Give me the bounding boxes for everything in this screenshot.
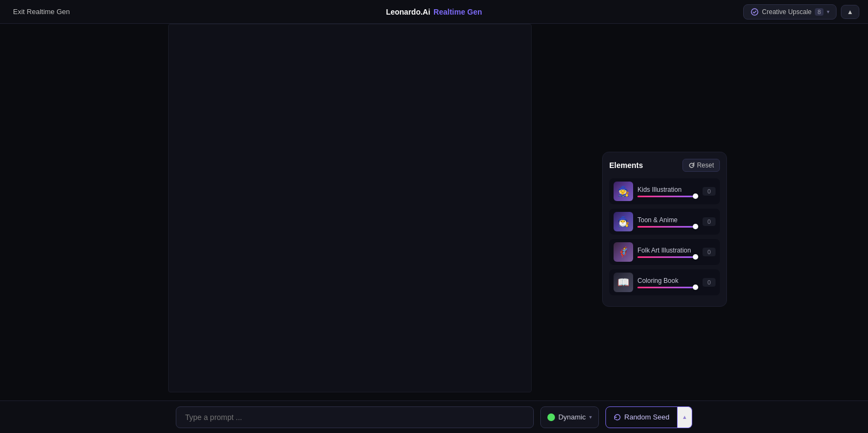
bottom-bar: Dynamic ▾ Random Seed ▲ (0, 400, 868, 433)
element-slider-kids[interactable] (637, 196, 698, 197)
upscale-badge: 8 (815, 8, 824, 16)
element-name-coloring: Coloring Book (637, 277, 698, 285)
element-thumb-folk: 🦸 (614, 242, 633, 262)
logo-product: Realtime Gen (433, 8, 482, 16)
reset-label: Reset (697, 161, 714, 169)
element-thumb-kids: 🧙 (614, 182, 633, 201)
panel-header: Elements Reset (609, 159, 720, 172)
header-center: Leonardo.Ai Realtime Gen (386, 8, 482, 16)
element-content-coloring: Coloring Book (637, 277, 698, 288)
random-seed-group: Random Seed ▲ (605, 406, 692, 428)
chevron-up-icon: ▲ (682, 414, 687, 420)
logo-brand: Leonardo.Ai (386, 8, 430, 16)
thumb-char-folk: 🦸 (614, 242, 633, 262)
element-slider-coloring[interactable] (637, 287, 698, 288)
element-slider-thumb-toon (693, 224, 698, 229)
thumb-char-toon: 🧙‍♂️ (614, 212, 633, 231)
element-name-toon: Toon & Anime (637, 216, 698, 224)
creative-upscale-button[interactable]: Creative Upscale 8 ▾ (743, 4, 837, 20)
element-thumb-coloring: 📖 (614, 273, 633, 292)
element-row-folk: 🦸 Folk Art Illustration 0 (609, 239, 720, 265)
elements-panel: Elements Reset 🧙 Kids Illustration 0 🧙‍♂… (602, 152, 727, 307)
share-icon: ▲ (847, 8, 853, 16)
element-value-folk: 0 (703, 248, 716, 256)
dynamic-dropdown[interactable]: Dynamic ▾ (540, 406, 599, 428)
element-name-kids: Kids Illustration (637, 186, 698, 193)
element-row-kids: 🧙 Kids Illustration 0 (609, 178, 720, 204)
header-left: Exit Realtime Gen (9, 5, 74, 18)
canvas-area (168, 24, 532, 392)
element-slider-folk[interactable] (637, 256, 698, 258)
exit-button[interactable]: Exit Realtime Gen (9, 5, 74, 18)
random-seed-button[interactable]: Random Seed (605, 406, 678, 428)
element-row-coloring: 📖 Coloring Book 0 (609, 269, 720, 295)
share-button[interactable]: ▲ (841, 5, 859, 19)
element-content-kids: Kids Illustration (637, 186, 698, 197)
element-value-toon: 0 (703, 217, 716, 226)
random-seed-label: Random Seed (624, 413, 669, 421)
element-thumb-toon: 🧙‍♂️ (614, 212, 633, 231)
element-slider-toon[interactable] (637, 226, 698, 228)
element-value-coloring: 0 (703, 278, 716, 287)
prompt-input[interactable] (176, 406, 534, 428)
element-slider-thumb-folk (693, 254, 698, 260)
element-content-toon: Toon & Anime (637, 216, 698, 228)
thumb-char-coloring: 📖 (614, 273, 633, 292)
element-name-folk: Folk Art Illustration (637, 247, 698, 254)
element-value-kids: 0 (703, 187, 716, 196)
upscale-dropdown-arrow: ▾ (827, 9, 829, 15)
panel-title: Elements (609, 161, 643, 170)
reset-button[interactable]: Reset (682, 159, 720, 172)
dynamic-icon (547, 413, 555, 421)
element-row-toon: 🧙‍♂️ Toon & Anime 0 (609, 209, 720, 235)
dynamic-label: Dynamic (558, 413, 586, 421)
element-slider-thumb-coloring (693, 285, 698, 290)
dynamic-chevron-icon: ▾ (589, 414, 592, 420)
upscale-icon (750, 8, 759, 16)
element-slider-thumb-kids (693, 193, 698, 199)
element-content-folk: Folk Art Illustration (637, 247, 698, 258)
header: Exit Realtime Gen Leonardo.Ai Realtime G… (0, 0, 868, 24)
thumb-char-kids: 🧙 (614, 182, 633, 201)
random-seed-chevron-button[interactable]: ▲ (678, 406, 692, 428)
random-seed-icon (614, 413, 621, 421)
header-right: Creative Upscale 8 ▾ ▲ (743, 4, 859, 20)
reset-icon (688, 162, 695, 169)
creative-upscale-label: Creative Upscale (762, 8, 812, 16)
